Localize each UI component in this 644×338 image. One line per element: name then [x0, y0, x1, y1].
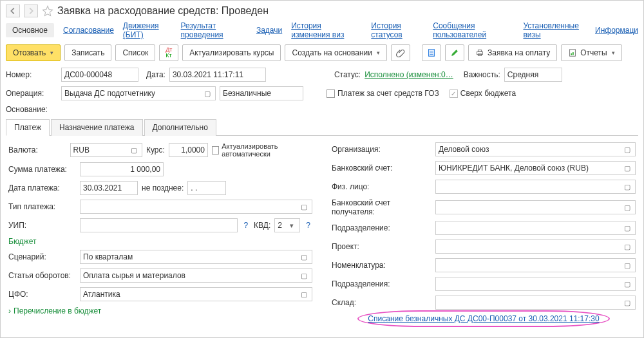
open-icon[interactable]: ▢: [299, 290, 309, 299]
open-icon[interactable]: ▢: [202, 89, 213, 98]
dtkt-button[interactable]: ДтКт: [159, 44, 178, 61]
recv-bank-input[interactable]: ▢: [435, 200, 636, 214]
number-input[interactable]: ДС00-000048: [61, 68, 138, 82]
help-icon[interactable]: ?: [242, 221, 250, 230]
turnover-input[interactable]: Оплата сырья и материалов ▢: [80, 268, 312, 283]
reports-button[interactable]: Отчеты ▾: [561, 44, 621, 61]
open-icon[interactable]: ▢: [299, 253, 309, 261]
tab-tasks[interactable]: Задачи: [256, 26, 282, 35]
budget-transfer-expand[interactable]: › Перечисление в бюджет: [8, 306, 312, 315]
currency-label: Валюта:: [8, 146, 66, 155]
division-label: Подразделение:: [332, 223, 431, 232]
turnover-label: Статья оборотов:: [8, 271, 76, 280]
tab-main[interactable]: Основное: [6, 23, 54, 37]
open-icon[interactable]: ▢: [622, 243, 632, 251]
tab-extra[interactable]: Дополнительно: [144, 119, 216, 136]
project-label: Проект:: [332, 242, 431, 251]
writeoff-link[interactable]: Списание безналичных ДС ДС00-П00037 от 3…: [368, 314, 599, 323]
basis-label: Основание:: [6, 105, 48, 114]
tab-visas-set[interactable]: Установленные визы: [523, 21, 586, 39]
project-input[interactable]: ▢: [435, 239, 636, 254]
operation-label: Операция:: [6, 89, 57, 98]
open-icon[interactable]: ▢: [299, 272, 309, 280]
sum-label: Сумма платежа:: [8, 165, 76, 174]
kvd-input[interactable]: 2 ▾: [274, 218, 300, 232]
stock-input[interactable]: ▢: [435, 296, 636, 310]
pay-request-button[interactable]: Заявка на оплату: [468, 44, 557, 61]
date-input[interactable]: 30.03.2021 11:17:11: [169, 68, 266, 82]
pay-date-input[interactable]: 30.03.2021: [80, 181, 138, 195]
open-icon[interactable]: ▢: [129, 146, 139, 155]
create-based-button[interactable]: Создать на основании ▾: [285, 44, 387, 61]
chevron-right-icon: ›: [8, 306, 11, 315]
open-icon[interactable]: ▢: [299, 203, 309, 211]
divisions-input[interactable]: ▢: [435, 277, 636, 291]
status-link[interactable]: Исполнено (изменен:0…: [365, 70, 453, 79]
bank-input[interactable]: ЮНИКРЕДИТ БАНК, Деловой союз (RUB) ▢: [435, 161, 636, 175]
doc-button[interactable]: [422, 44, 441, 61]
dropdown-icon: ▾: [612, 50, 615, 56]
currency-input[interactable]: RUB ▢: [70, 143, 142, 157]
nav-forward-button[interactable]: [24, 5, 38, 17]
nomen-input[interactable]: ▢: [435, 258, 636, 272]
open-icon[interactable]: ▢: [622, 164, 632, 173]
date-label: Дата:: [146, 70, 166, 79]
sum-input[interactable]: 1 000,00: [80, 162, 164, 176]
tab-messages[interactable]: Сообщения пользователей: [433, 21, 514, 39]
operation-input[interactable]: Выдача ДС подотчетнику ▢: [61, 86, 216, 100]
cfo-input[interactable]: Атлантика ▢: [80, 287, 312, 301]
favorite-star-icon[interactable]: [42, 5, 53, 17]
edit-button[interactable]: [445, 44, 464, 61]
over-budget-checkbox: ✓ Сверх бюджета: [450, 89, 516, 98]
tab-payment[interactable]: Платеж: [6, 119, 50, 136]
status-label: Статус:: [334, 70, 361, 79]
uip-input[interactable]: [80, 218, 238, 232]
pay-type-input[interactable]: ▢: [80, 200, 312, 214]
priority-input[interactable]: Средняя: [504, 68, 562, 82]
attach-button[interactable]: [391, 44, 410, 61]
person-label: Физ. лицо:: [332, 182, 431, 191]
update-rates-button[interactable]: Актуализировать курсы: [182, 44, 281, 61]
dropdown-icon[interactable]: ▾: [287, 221, 297, 230]
auto-update-checkbox[interactable]: Актуализировать автоматически: [212, 142, 312, 158]
cfo-label: ЦФО:: [8, 290, 76, 299]
not-later-label: не позднее:: [142, 183, 184, 192]
operation-type-input[interactable]: Безналичные: [220, 86, 303, 100]
tab-movements[interactable]: Движения (БИТ): [123, 21, 172, 39]
scenario-input[interactable]: По кварталам ▢: [80, 250, 312, 264]
tab-visa-history[interactable]: История изменения виз: [291, 21, 362, 39]
person-input[interactable]: ▢: [435, 180, 636, 194]
tab-status-history[interactable]: История статусов: [371, 21, 424, 39]
open-icon[interactable]: ▢: [622, 224, 632, 232]
list-button[interactable]: Список: [115, 44, 155, 61]
pay-type-label: Тип платежа:: [8, 202, 76, 211]
checkbox-checked-icon: ✓: [450, 89, 458, 98]
tab-purpose[interactable]: Назначение платежа: [51, 119, 143, 136]
open-icon[interactable]: ▢: [622, 299, 632, 307]
open-icon[interactable]: ▢: [622, 203, 632, 212]
open-icon[interactable]: ▢: [622, 146, 632, 154]
report-icon: [568, 48, 577, 57]
division-input[interactable]: ▢: [435, 221, 636, 235]
tab-result[interactable]: Результат проведения: [181, 21, 247, 39]
nav-back-button[interactable]: [6, 5, 20, 17]
rate-input[interactable]: 1,0000: [169, 143, 208, 157]
goz-checkbox[interactable]: Платеж за счет средств ГОЗ: [327, 89, 439, 98]
org-input[interactable]: Деловой союз ▢: [435, 142, 636, 156]
open-icon[interactable]: ▢: [622, 261, 632, 270]
open-icon[interactable]: ▢: [622, 183, 632, 191]
open-icon[interactable]: ▢: [622, 280, 632, 288]
recall-button[interactable]: Отозвать ▾: [6, 44, 61, 61]
not-later-input[interactable]: . .: [187, 181, 226, 195]
tab-approval[interactable]: Согласование: [63, 26, 114, 35]
tab-info[interactable]: Информаци: [595, 26, 638, 35]
page-title: Заявка на расходование средств: Проведен: [57, 5, 269, 17]
help-icon[interactable]: ?: [304, 221, 312, 230]
arrow-left-icon: [8, 6, 17, 15]
paperclip-icon: [396, 48, 405, 57]
write-button[interactable]: Записать: [64, 44, 111, 61]
svg-rect-5: [478, 50, 481, 52]
pencil-icon: [450, 48, 459, 57]
uip-label: УИП:: [8, 221, 76, 230]
recall-label: Отозвать: [13, 48, 46, 57]
